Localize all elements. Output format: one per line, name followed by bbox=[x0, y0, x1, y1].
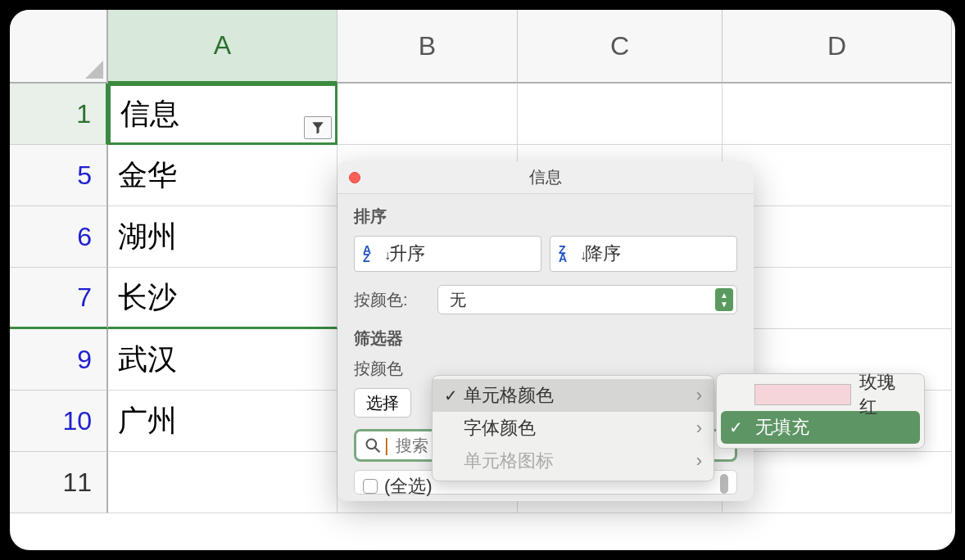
cell[interactable]: 金华 bbox=[108, 145, 338, 206]
check-icon: ✓ bbox=[444, 386, 464, 405]
select-value: 无 bbox=[450, 289, 466, 311]
choose-button[interactable]: 选择 bbox=[354, 388, 411, 418]
spreadsheet: A B C D 1 信息 5 金华 6 湖州 7 长沙 bbox=[10, 10, 955, 550]
cell[interactable]: 武汉 bbox=[108, 329, 338, 391]
color-filter-submenu: ✓ 单元格颜色 › 字体颜色 › 单元格图标 › bbox=[432, 375, 714, 481]
asc-label: 升序 bbox=[389, 242, 425, 266]
col-header-B[interactable]: B bbox=[338, 10, 518, 84]
menu-item-font-color[interactable]: 字体颜色 › bbox=[433, 412, 714, 445]
dialog-titlebar[interactable]: 信息 bbox=[338, 161, 754, 194]
svg-point-0 bbox=[367, 440, 377, 449]
menu-item-cell-color[interactable]: ✓ 单元格颜色 › bbox=[433, 379, 714, 412]
chevron-right-icon: › bbox=[696, 385, 702, 406]
row-header[interactable]: 9 bbox=[10, 329, 108, 391]
color-swatch bbox=[754, 384, 850, 405]
asc-icon: AZ ↓ bbox=[363, 243, 384, 264]
chevron-right-icon: › bbox=[696, 450, 702, 472]
close-icon[interactable] bbox=[349, 172, 360, 183]
check-icon: ✓ bbox=[729, 418, 747, 437]
cell[interactable] bbox=[723, 84, 952, 145]
cell-value: 信息 bbox=[120, 94, 179, 134]
row-header[interactable]: 5 bbox=[10, 145, 108, 206]
cell-value: 广州 bbox=[118, 401, 177, 441]
cell-A1[interactable]: 信息 bbox=[108, 84, 338, 145]
select-all-corner[interactable] bbox=[10, 10, 108, 84]
col-header-A[interactable]: A bbox=[108, 10, 338, 84]
chevron-right-icon: › bbox=[696, 418, 702, 439]
text-cursor: | bbox=[384, 435, 389, 456]
cell[interactable]: 湖州 bbox=[108, 206, 338, 268]
row-header[interactable]: 7 bbox=[10, 268, 108, 329]
no-fill-label: 无填充 bbox=[755, 415, 809, 440]
cell[interactable] bbox=[723, 145, 952, 206]
scrollbar-thumb[interactable] bbox=[720, 474, 728, 494]
menu-label: 字体颜色 bbox=[464, 416, 696, 440]
sort-section-label: 排序 bbox=[354, 205, 737, 228]
select-arrows-icon: ▲▼ bbox=[715, 288, 733, 311]
search-icon bbox=[365, 437, 381, 454]
row-header[interactable]: 6 bbox=[10, 206, 108, 268]
col-header-D[interactable]: D bbox=[723, 10, 952, 84]
sort-by-color-label: 按颜色: bbox=[354, 289, 428, 311]
color-option-rose[interactable]: 玫瑰红 bbox=[721, 378, 920, 411]
cell-value: 金华 bbox=[118, 156, 177, 196]
cell[interactable] bbox=[723, 268, 952, 329]
select-all-label: (全选) bbox=[384, 474, 433, 499]
filter-dropdown-icon[interactable] bbox=[304, 116, 332, 139]
color-picker-submenu: 玫瑰红 ✓ 无填充 bbox=[716, 373, 925, 449]
cell[interactable] bbox=[338, 84, 518, 145]
row-header[interactable]: 1 bbox=[10, 84, 108, 145]
filter-by-color-label: 按颜色 bbox=[354, 358, 428, 380]
checkbox[interactable] bbox=[363, 479, 378, 494]
desc-label: 降序 bbox=[585, 242, 621, 266]
desc-icon: ZA ↓ bbox=[559, 243, 580, 264]
row-header[interactable]: 10 bbox=[10, 391, 108, 452]
menu-label: 单元格图标 bbox=[464, 449, 696, 473]
cell[interactable] bbox=[723, 452, 952, 513]
sort-ascending-button[interactable]: AZ ↓ 升序 bbox=[354, 236, 541, 272]
row-header[interactable]: 11 bbox=[10, 452, 108, 513]
menu-label: 单元格颜色 bbox=[464, 383, 696, 408]
choose-label: 选择 bbox=[366, 392, 399, 414]
cell[interactable] bbox=[518, 84, 723, 145]
sort-descending-button[interactable]: ZA ↓ 降序 bbox=[550, 236, 737, 272]
svg-line-1 bbox=[375, 448, 380, 453]
cell-value: 武汉 bbox=[118, 340, 177, 380]
col-header-C[interactable]: C bbox=[518, 10, 723, 84]
cell[interactable]: 长沙 bbox=[108, 268, 338, 329]
menu-item-cell-icon: 单元格图标 › bbox=[433, 445, 714, 477]
cell-value: 长沙 bbox=[118, 278, 177, 318]
filter-section-label: 筛选器 bbox=[354, 327, 737, 350]
dialog-title: 信息 bbox=[529, 166, 562, 188]
sort-by-color-select[interactable]: 无 ▲▼ bbox=[437, 285, 737, 314]
cell[interactable] bbox=[108, 452, 338, 513]
cell-value: 湖州 bbox=[118, 217, 177, 257]
cell[interactable]: 广州 bbox=[108, 391, 338, 452]
cell[interactable] bbox=[723, 206, 952, 268]
color-label: 玫瑰红 bbox=[859, 370, 912, 419]
